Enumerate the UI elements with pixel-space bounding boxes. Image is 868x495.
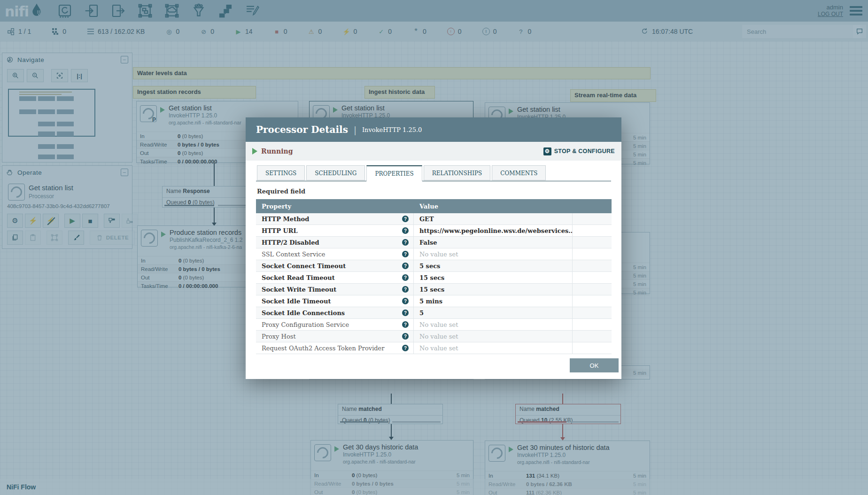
help-icon[interactable]: ?: [402, 263, 409, 269]
property-row[interactable]: HTTP Method?GET: [256, 213, 612, 225]
tab-relationships[interactable]: RELATIONSHIPS: [424, 165, 491, 180]
help-icon[interactable]: ?: [402, 216, 409, 222]
property-row[interactable]: HTTP/2 Disabled?False: [256, 237, 612, 248]
help-icon[interactable]: ?: [402, 239, 409, 246]
help-icon[interactable]: ?: [402, 251, 409, 257]
help-icon[interactable]: ?: [402, 333, 409, 340]
property-row[interactable]: Socket Read Timeout?15 secs: [256, 272, 612, 284]
property-row[interactable]: HTTP URL?https://www.pegelonline.wsv.de/…: [256, 225, 612, 237]
help-icon[interactable]: ?: [402, 309, 409, 316]
property-row[interactable]: Request OAuth2 Access Token Provider?No …: [256, 342, 612, 354]
tab-underline: [256, 181, 611, 181]
gear-icon: ⚙: [543, 147, 551, 155]
dialog-subtitle: InvokeHTTP 1.25.0: [362, 126, 422, 133]
help-icon[interactable]: ?: [402, 274, 409, 281]
help-icon[interactable]: ?: [402, 345, 409, 351]
processor-details-dialog: Processor Details | InvokeHTTP 1.25.0 Ru…: [246, 117, 621, 379]
dialog-title: Processor Details: [256, 124, 348, 135]
property-row[interactable]: Socket Idle Connections?5: [256, 307, 612, 319]
help-icon[interactable]: ?: [402, 321, 409, 328]
help-icon[interactable]: ?: [402, 227, 409, 234]
property-row[interactable]: Proxy Configuration Service?No value set: [256, 319, 612, 331]
tab-scheduling[interactable]: SCHEDULING: [306, 165, 365, 180]
dialog-tabs: SETTINGS SCHEDULING PROPERTIES RELATIONS…: [257, 165, 546, 181]
property-row[interactable]: Proxy Host?No value set: [256, 331, 612, 342]
stop-and-configure-button[interactable]: ⚙ STOP & CONFIGURE: [543, 147, 615, 155]
dialog-header: Processor Details | InvokeHTTP 1.25.0: [246, 117, 621, 142]
ok-button[interactable]: OK: [570, 358, 619, 372]
property-row[interactable]: Socket Write Timeout?15 secs: [256, 284, 612, 295]
property-row[interactable]: Socket Idle Timeout?5 mins: [256, 295, 612, 307]
running-status-icon: [252, 148, 257, 155]
property-row[interactable]: SSL Context Service?No value set: [256, 248, 612, 260]
property-row[interactable]: Socket Connect Timeout?5 secs: [256, 260, 612, 272]
properties-table: Property Value HTTP Method?GET HTTP URL?…: [256, 199, 612, 354]
tab-comments[interactable]: COMMENTS: [492, 165, 546, 180]
title-separator: |: [354, 125, 356, 135]
required-field-note: Required field: [257, 188, 305, 195]
help-icon[interactable]: ?: [402, 298, 409, 304]
help-icon[interactable]: ?: [402, 286, 409, 293]
tab-properties[interactable]: PROPERTIES: [366, 165, 422, 181]
running-status-text: Running: [261, 147, 293, 155]
table-header: Property Value: [256, 199, 612, 213]
run-status-row: Running ⚙ STOP & CONFIGURE: [246, 142, 621, 161]
tab-settings[interactable]: SETTINGS: [257, 165, 305, 180]
nifi-app: nifi admin LOG OUT 1 / 1 0 613 / 162.02 …: [0, 0, 868, 495]
